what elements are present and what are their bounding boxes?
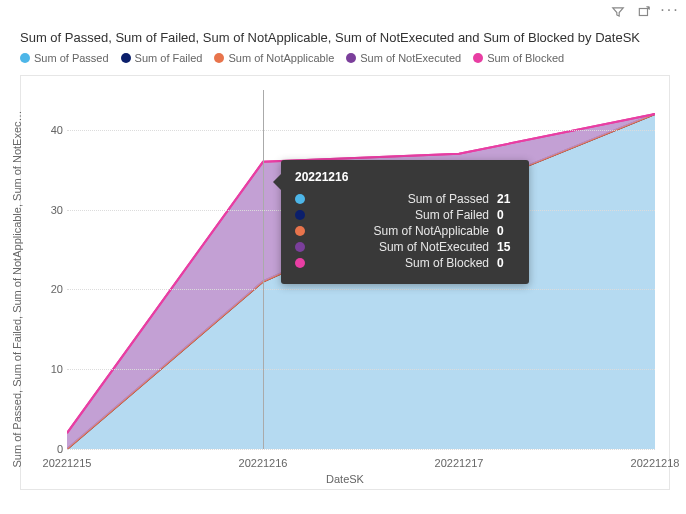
tooltip-value: 15 [497,240,515,254]
plot-area[interactable]: 0102030402022121520221216202212172022121… [67,90,655,449]
y-tick-label: 30 [39,204,63,216]
y-tick-label: 20 [39,283,63,295]
chart-legend: Sum of Passed Sum of Failed Sum of NotAp… [20,52,564,64]
tooltip-label: Sum of NotExecuted [313,240,489,254]
tooltip-label: Sum of Failed [313,208,489,222]
y-tick-label: 0 [39,443,63,455]
tooltip-label: Sum of NotApplicable [313,224,489,238]
x-tick-label: 20221216 [239,457,288,469]
x-tick-label: 20221215 [43,457,92,469]
gridline [67,449,655,450]
chart-title: Sum of Passed, Sum of Failed, Sum of Not… [20,30,640,45]
chart-container: Sum of Passed, Sum of Failed, Sum of Not… [20,75,670,490]
legend-item-passed[interactable]: Sum of Passed [20,52,109,64]
y-tick-label: 40 [39,124,63,136]
tooltip-label: Sum of Passed [313,192,489,206]
focus-mode-icon[interactable] [636,4,652,20]
tooltip-label: Sum of Blocked [313,256,489,270]
gridline [67,369,655,370]
tooltip-title: 20221216 [295,170,515,184]
hover-vertical-line [263,90,264,449]
swatch-ne-icon [346,53,356,63]
tooltip-row: Sum of NotExecuted15 [295,240,515,254]
legend-label: Sum of NotExecuted [360,52,461,64]
x-tick-label: 20221217 [435,457,484,469]
tooltip-row: Sum of Passed21 [295,192,515,206]
tooltip-dot-icon [295,258,305,268]
x-axis-label: DateSK [21,473,669,485]
more-options-icon[interactable]: ··· [662,2,678,18]
swatch-passed-icon [20,53,30,63]
tooltip-value: 0 [497,224,515,238]
tooltip-dot-icon [295,242,305,252]
tooltip-value: 0 [497,256,515,270]
tooltip-dot-icon [295,210,305,220]
tooltip-dot-icon [295,226,305,236]
y-tick-label: 10 [39,363,63,375]
y-axis-label: Sum of Passed, Sum of Failed, Sum of Not… [11,109,23,469]
legend-label: Sum of Failed [135,52,203,64]
filter-icon[interactable] [610,4,626,20]
swatch-blocked-icon [473,53,483,63]
chart-tooltip: 20221216Sum of Passed21Sum of Failed0Sum… [281,160,529,284]
x-tick-label: 20221218 [631,457,680,469]
swatch-failed-icon [121,53,131,63]
legend-label: Sum of Passed [34,52,109,64]
tooltip-value: 21 [497,192,515,206]
gridline [67,130,655,131]
tooltip-row: Sum of NotApplicable0 [295,224,515,238]
legend-label: Sum of Blocked [487,52,564,64]
tooltip-row: Sum of Blocked0 [295,256,515,270]
tooltip-row: Sum of Failed0 [295,208,515,222]
swatch-na-icon [214,53,224,63]
tooltip-dot-icon [295,194,305,204]
gridline [67,289,655,290]
legend-item-failed[interactable]: Sum of Failed [121,52,203,64]
tooltip-value: 0 [497,208,515,222]
svg-rect-0 [639,9,647,16]
chart-toolbar: ··· [610,4,678,20]
legend-label: Sum of NotApplicable [228,52,334,64]
legend-item-blocked[interactable]: Sum of Blocked [473,52,564,64]
legend-item-na[interactable]: Sum of NotApplicable [214,52,334,64]
legend-item-ne[interactable]: Sum of NotExecuted [346,52,461,64]
